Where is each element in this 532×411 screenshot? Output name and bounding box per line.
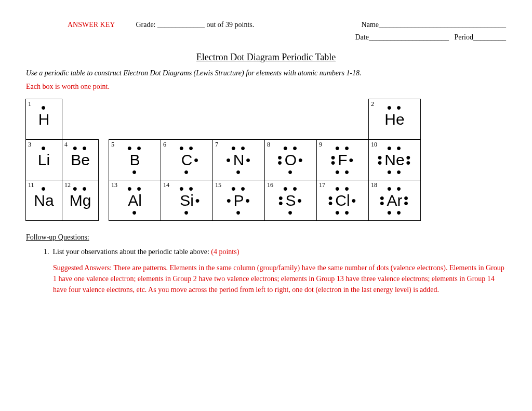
atomic-number: 1 xyxy=(28,100,31,108)
element-cell-14: 14 Si● ●●● xyxy=(161,180,213,221)
element-symbol: Al● ●● xyxy=(128,193,142,208)
element-cell-13: 13 Al● ●● xyxy=(109,180,161,221)
atomic-number: 7 xyxy=(215,141,218,149)
atomic-number: 2 xyxy=(371,100,374,108)
element-symbol: Li● xyxy=(38,152,50,168)
element-symbol: Na● xyxy=(34,193,54,208)
atomic-number: 16 xyxy=(267,181,273,189)
grade-label: Grade: _____________ out of 39 points. xyxy=(136,21,254,29)
element-symbol: He● ● xyxy=(384,112,404,127)
instructions: Use a periodic table to construct Electr… xyxy=(26,69,506,77)
question-text: List your observations about the periodi… xyxy=(53,248,211,256)
element-symbol: S● ●●●●● xyxy=(285,193,296,208)
page-title: Electron Dot Diagram Periodic Table xyxy=(26,52,506,63)
answer-key-label: ANSWER KEY xyxy=(68,21,115,29)
element-symbol: Si● ●●● xyxy=(180,193,194,208)
element-symbol: N● ●●●● xyxy=(233,152,245,168)
date-label: Date______________________ xyxy=(355,33,449,41)
atomic-number: 14 xyxy=(163,181,169,189)
element-cell-2: 2 He● ● xyxy=(368,99,421,140)
element-symbol: H● xyxy=(38,112,50,127)
element-cell-16: 16 S● ●●●●● xyxy=(264,180,317,221)
element-cell-11: 11 Na● xyxy=(25,180,62,221)
followup-heading: Follow-up Questions: xyxy=(26,233,506,242)
element-cell-12: 12 Mg● ● xyxy=(62,180,99,221)
element-cell-18: 18 Ar● ●●●● ●●● xyxy=(368,180,421,221)
element-cell-8: 8 O● ●●●●● xyxy=(264,139,317,180)
question-points: (4 points) xyxy=(211,248,239,256)
period-label: Period_________ xyxy=(454,33,506,41)
element-cell-5: 5 B● ●● xyxy=(109,139,161,180)
element-cell-6: 6 C● ●●● xyxy=(161,139,213,180)
atomic-number: 10 xyxy=(371,141,377,149)
atomic-number: 9 xyxy=(319,141,322,149)
atomic-number: 17 xyxy=(319,181,325,189)
atomic-number: 4 xyxy=(64,141,68,149)
element-symbol: P● ●●●● xyxy=(233,193,244,208)
name-label: Name___________________________________ xyxy=(362,21,506,29)
element-cell-1: 1 H● xyxy=(25,99,62,140)
question-number: 1. xyxy=(44,248,49,256)
element-symbol: C● ●●● xyxy=(181,152,193,168)
element-cell-17: 17 Cl● ●●● ●●● xyxy=(316,180,369,221)
element-symbol: Ne● ●●●● ●●● xyxy=(384,152,404,168)
atomic-number: 18 xyxy=(371,181,377,189)
element-symbol: Be● ● xyxy=(71,152,90,168)
element-symbol: Mg● ● xyxy=(70,193,91,208)
question-block: 1. List your observations about the peri… xyxy=(26,248,506,295)
atomic-number: 3 xyxy=(28,141,31,149)
atomic-number: 6 xyxy=(163,141,166,149)
element-symbol: F● ●●● ●●● xyxy=(338,152,347,168)
element-symbol: B● ●● xyxy=(129,152,140,168)
suggested-answer: Suggested Answers: There are patterns. E… xyxy=(44,262,506,295)
element-symbol: Ar● ●●●● ●●● xyxy=(387,193,403,208)
atomic-number: 8 xyxy=(267,141,270,149)
element-cell-7: 7 N● ●●●● xyxy=(212,139,265,180)
periodic-table: 1 H● 2 He● ● 3 Li● 4 Be● ● 5 B● ●● 6 C● … xyxy=(26,99,506,221)
element-cell-15: 15 P● ●●●● xyxy=(212,180,265,221)
element-symbol: O● ●●●●● xyxy=(285,152,297,168)
atomic-number: 15 xyxy=(215,181,221,189)
header-row-2: Date______________________ Period_______… xyxy=(26,33,506,42)
atomic-number: 5 xyxy=(111,141,114,149)
element-cell-9: 9 F● ●●● ●●● xyxy=(316,139,369,180)
atomic-number: 11 xyxy=(28,181,34,189)
element-cell-3: 3 Li● xyxy=(25,139,62,180)
points-note: Each box is worth one point. xyxy=(26,83,506,91)
element-symbol: Cl● ●●● ●●● xyxy=(335,193,350,208)
header-row-1: ANSWER KEY Grade: _____________ out of 3… xyxy=(26,21,506,29)
atomic-number: 13 xyxy=(111,181,117,189)
atomic-number: 12 xyxy=(64,181,71,189)
element-cell-4: 4 Be● ● xyxy=(62,139,99,180)
element-cell-10: 10 Ne● ●●●● ●●● xyxy=(368,139,421,180)
